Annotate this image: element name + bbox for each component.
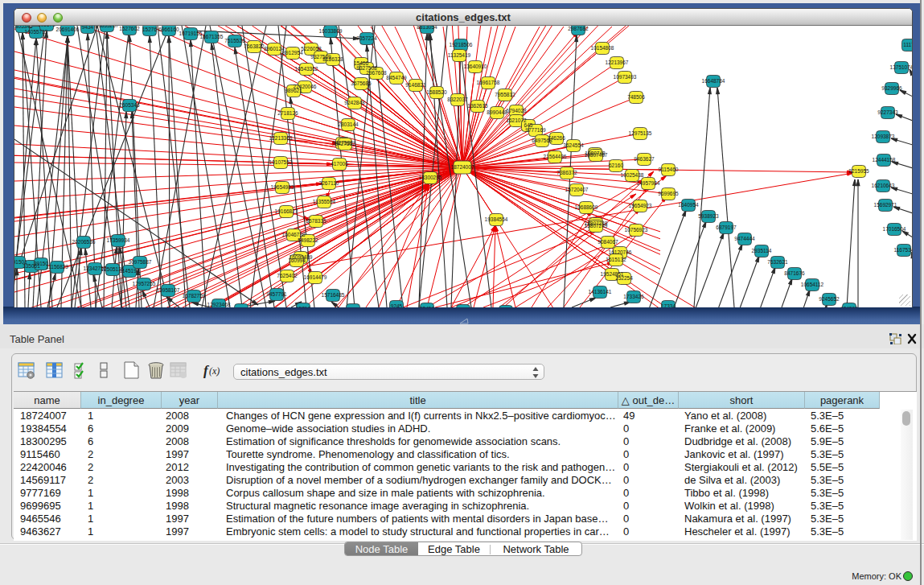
svg-text:16543362: 16543362 xyxy=(295,66,318,72)
svg-text:1117: 1117 xyxy=(903,42,912,47)
svg-text:10973493: 10973493 xyxy=(614,74,637,80)
svg-text:924565: 924565 xyxy=(840,306,858,307)
svg-text:6794028: 6794028 xyxy=(506,108,527,113)
svg-text:18724007: 18724007 xyxy=(451,164,474,170)
svg-text:15716485: 15716485 xyxy=(322,292,345,298)
svg-text:12444158: 12444158 xyxy=(873,157,896,163)
svg-text:8578335: 8578335 xyxy=(306,218,326,224)
svg-text:15807249: 15807249 xyxy=(585,223,608,229)
svg-text:16782759: 16782759 xyxy=(183,293,206,299)
svg-text:92456: 92456 xyxy=(420,306,434,307)
svg-text:5938923: 5938923 xyxy=(698,213,719,219)
svg-text:12975135: 12975135 xyxy=(629,130,652,136)
svg-text:252254: 252254 xyxy=(615,275,633,281)
svg-text:10154808: 10154808 xyxy=(591,45,614,51)
svg-text:15692971: 15692971 xyxy=(874,202,897,208)
svg-text:10107553: 10107553 xyxy=(269,159,293,165)
svg-text:17957255: 17957255 xyxy=(133,281,156,286)
svg-text:16033809: 16033809 xyxy=(319,28,343,34)
svg-text:19166827: 19166827 xyxy=(275,208,298,214)
svg-text:15716: 15716 xyxy=(296,306,310,307)
svg-text:(x): (x) xyxy=(209,365,220,377)
svg-text:7386372: 7386372 xyxy=(556,170,577,175)
svg-text:3267110: 3267110 xyxy=(319,180,339,186)
svg-text:989621: 989621 xyxy=(285,88,302,93)
svg-text:19654923: 19654923 xyxy=(629,203,652,208)
svg-text:8427552: 8427552 xyxy=(335,141,355,146)
svg-text:9474444: 9474444 xyxy=(734,236,755,241)
svg-text:12923468: 12923468 xyxy=(207,302,231,307)
svg-text:5498222: 5498222 xyxy=(298,237,318,243)
svg-text:9457791: 9457791 xyxy=(266,291,287,297)
svg-text:905571: 905571 xyxy=(38,26,55,27)
svg-text:3675685: 3675685 xyxy=(351,80,372,86)
svg-text:19384554: 19384554 xyxy=(485,216,508,222)
svg-text:13751074: 13751074 xyxy=(890,64,912,70)
svg-text:9084067: 9084067 xyxy=(598,239,618,245)
svg-text:2803144: 2803144 xyxy=(338,122,359,127)
svg-text:10025438: 10025438 xyxy=(621,172,644,178)
svg-text:6966160: 6966160 xyxy=(158,27,179,32)
svg-text:1527602: 1527602 xyxy=(119,26,140,31)
svg-text:16210643: 16210643 xyxy=(872,183,895,188)
svg-text:1733426: 1733426 xyxy=(623,294,644,299)
svg-text:7515526: 7515526 xyxy=(224,38,245,43)
svg-text:129234: 129234 xyxy=(232,307,250,307)
svg-text:1588520: 1588520 xyxy=(426,89,447,95)
svg-text:20691406: 20691406 xyxy=(56,27,80,32)
svg-text:16961758: 16961758 xyxy=(477,80,500,85)
svg-text:9329966: 9329966 xyxy=(881,85,902,91)
svg-text:8990448: 8990448 xyxy=(487,109,507,115)
svg-text:8813054: 8813054 xyxy=(417,26,437,30)
svg-text:17016504: 17016504 xyxy=(883,226,906,232)
svg-text:11156829: 11156829 xyxy=(46,264,68,270)
svg-text:21564436: 21564436 xyxy=(544,154,567,159)
svg-text:14136141: 14136141 xyxy=(589,289,612,295)
svg-text:17359934: 17359934 xyxy=(107,237,130,243)
svg-text:16914479: 16914479 xyxy=(304,274,327,280)
svg-text:8454749: 8454749 xyxy=(386,75,407,80)
svg-text:8912954: 8912954 xyxy=(282,50,303,56)
svg-text:7663822: 7663822 xyxy=(244,43,265,49)
svg-text:7955812: 7955812 xyxy=(495,92,515,97)
svg-text:1362615: 1362615 xyxy=(467,103,488,109)
svg-text:1640954: 1640954 xyxy=(678,202,699,208)
svg-text:160994: 160994 xyxy=(288,257,306,263)
svg-text:10807487: 10807487 xyxy=(585,152,608,158)
svg-text:16648784: 16648784 xyxy=(702,78,725,84)
svg-text:10756923: 10756923 xyxy=(625,227,648,233)
svg-text:10958107: 10958107 xyxy=(157,287,180,293)
svg-text:12213363: 12213363 xyxy=(269,135,293,141)
svg-text:19218506: 19218506 xyxy=(450,42,473,47)
svg-text:8322037: 8322037 xyxy=(447,97,468,102)
svg-text:12213967: 12213967 xyxy=(606,60,629,65)
svg-text:9245: 9245 xyxy=(391,303,403,307)
svg-text:14957984: 14957984 xyxy=(637,180,660,186)
svg-text:14055713: 14055713 xyxy=(25,29,48,35)
svg-text:11355594: 11355594 xyxy=(313,199,336,204)
svg-text:15720407: 15720407 xyxy=(565,187,589,192)
svg-text:13640910: 13640910 xyxy=(464,64,487,69)
svg-text:16120746: 16120746 xyxy=(609,249,632,255)
svg-text:7632621: 7632621 xyxy=(767,259,788,265)
svg-text:18300295: 18300295 xyxy=(419,175,442,180)
svg-text:1167534: 1167534 xyxy=(894,247,912,253)
svg-text:9115460: 9115460 xyxy=(659,167,679,172)
svg-text:30975887: 30975887 xyxy=(129,259,152,265)
svg-text:157164: 157164 xyxy=(344,307,362,307)
svg-text:2987682: 2987682 xyxy=(568,26,589,31)
svg-text:10654112: 10654112 xyxy=(801,282,824,287)
svg-text:15276: 15276 xyxy=(142,27,157,32)
svg-text:2935114: 2935114 xyxy=(752,248,772,253)
svg-text:2605346: 2605346 xyxy=(119,102,140,108)
svg-text:7625402: 7625402 xyxy=(277,273,298,278)
svg-text:3624554: 3624554 xyxy=(563,142,584,148)
svg-text:19654983: 19654983 xyxy=(271,184,294,190)
svg-text:6879197: 6879197 xyxy=(716,225,737,230)
svg-text:2718126: 2718126 xyxy=(277,110,298,116)
svg-text:62160: 62160 xyxy=(609,163,623,168)
svg-text:8960124: 8960124 xyxy=(264,46,285,51)
svg-text:9434: 9434 xyxy=(82,26,94,30)
svg-text:12093873: 12093873 xyxy=(872,134,895,139)
svg-text:2967608: 2967608 xyxy=(366,70,387,76)
